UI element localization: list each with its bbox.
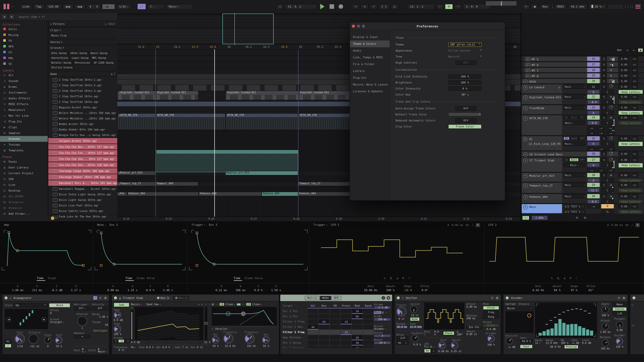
lfo-trigger-menu[interactable]: Trigger▾ [313,223,327,227]
device-expand-icon[interactable]: ▶ [10,296,12,300]
glide-field[interactable]: 250 ms [374,318,391,321]
track-delay-field[interactable]: 0.00 [618,152,630,156]
sidebar-item-user-library[interactable]: ♟User Library [0,165,48,170]
track-delay-field[interactable]: 0.00 [618,84,630,89]
sidebar-item-samples[interactable]: ⊣⊢Samples [0,130,48,136]
follow-button[interactable]: ⇥ [276,4,284,9]
lfo-rate-unit-note[interactable]: ♪ [631,223,633,227]
tab-slope[interactable]: Slope [245,277,255,280]
sidebar-item-desktop[interactable]: 🗀Desktop [0,188,48,194]
prefs-nav-library[interactable]: Library [350,68,390,74]
param-rate[interactable]: Rate0.42 Hz [533,285,544,292]
track-delay-unit[interactable]: ms [631,105,638,110]
prefs-clip-color-button[interactable]: Track Color [448,124,481,129]
shifter-duty-value[interactable]: 0.0 % [434,330,440,336]
clip-tempest[interactable]: …Tempest_top_27 [117,182,155,186]
track-delay-field[interactable]: 0.00 [618,183,630,187]
track-volume-field[interactable]: -8.4 [587,100,600,104]
track-name-box[interactable]: ▼OCTA_HH_178 [522,115,562,135]
output-routing-menu-2[interactable]: Main▾ [564,142,585,146]
groove-amount-menu[interactable]: ○● ▾ [102,4,115,9]
sidebar-item-add-folder-[interactable]: ⊞Add Folder... [0,211,48,215]
track-header-pekkons-004[interactable]: ▼Pekkons_004Main▾30S●0.00ms-8.4CKeep Lat… [521,193,644,203]
track-volume-field[interactable]: -12.1 [587,188,600,192]
arp-gate-knob[interactable] [55,336,63,344]
param-offset[interactable]: Offset62° [586,285,595,292]
loop-button[interactable]: ⟳ [445,4,453,9]
filter2-freq-knob[interactable] [245,334,255,344]
param-value[interactable]: 100 % [386,289,395,292]
param-s[interactable]: S-8.2 dB [51,285,62,292]
keep-latency-button[interactable]: Keep Latency [618,111,643,115]
main-menu-icon[interactable] [635,4,640,9]
lfo-shape-triangle-icon[interactable]: ⋀ [557,277,559,280]
filter-routing-menu[interactable]: Parallel▾ [215,328,230,330]
list-item[interactable]: ∿Bolero Melodico ...16ths 106 bpm.agr [48,116,117,121]
automation-arm-button[interactable]: ∿ [361,4,369,9]
app-logo[interactable]: ▾ [4,4,13,9]
track-delay-unit[interactable]: ms [631,79,638,83]
arp-style-menu[interactable]: Up▼ [14,303,48,307]
track-number[interactable]: 28 [587,173,600,177]
shifter-drive-value[interactable]: 0.0 dB [483,328,499,331]
matrix-target[interactable]: Filter 2 Freq [282,330,307,335]
param-value[interactable]: 0.00 ms [107,289,119,292]
param-amount[interactable]: Amount100 % [386,285,395,292]
solo-button[interactable]: S [601,183,607,187]
arp-sync-ms-toggle[interactable]: ms [5,339,11,343]
matrix-cell[interactable]: 19 [341,319,352,324]
shifter-feedback-knob[interactable] [411,335,419,342]
cue-out-routing[interactable]: 1/2 TEST 1-▾ [564,209,585,214]
track-header-kick[interactable]: ▶KICK◔20S0.00ms [521,78,644,84]
shifter-wave-display[interactable] [424,303,464,329]
vocoder-bw-value[interactable]: 100 % [561,342,568,344]
shifter-drywet-knob[interactable] [487,335,495,342]
envelope-target-menu[interactable]: None▾ [97,223,106,227]
arp-scale-menu[interactable]: ● Major▾ [98,347,108,353]
tab-time[interactable]: Time [234,277,242,281]
clip-pekkons[interactable]: …Pek [117,192,127,196]
clip-modular[interactable]: …Modular_prt_023 [117,171,155,175]
matrix-cell[interactable] [307,345,318,348]
track-volume-field[interactable]: 0 [587,90,600,94]
main-out-routing[interactable]: 1/2 TEST 1-▾ [564,204,585,208]
lfo-shape-sine-icon[interactable]: ∿ [383,277,386,280]
shifter-delay-note-toggle[interactable]: ♪ [404,341,409,345]
track-delay-field[interactable]: 0.00 [618,95,630,99]
track-number[interactable]: 18 [587,68,600,72]
freeze-eye-icon[interactable]: ◔ [558,85,560,90]
track-delay-unit[interactable]: ms [631,84,638,89]
matrix-cell[interactable] [330,319,341,324]
list-item[interactable]: ∿Disco Subtle Loose 16ths.agr [48,208,117,214]
prefs-nav-link-tempo-midi[interactable]: Link, Tempo & MIDI [350,54,390,61]
chain-overview[interactable] [486,2,517,6]
tab-time[interactable]: Time [37,277,45,281]
track-delay-field[interactable]: 0.00 [618,79,630,83]
arm-button[interactable]: ● [608,173,614,177]
param-value[interactable]: 1.25 s [128,289,138,292]
trident-list-icon[interactable]: ≡ [205,303,207,306]
midi-map-button[interactable]: MIDI [554,4,567,9]
playback-speed-field[interactable]: 1.00x [531,215,548,220]
matrix-cell[interactable]: 20 [352,335,363,340]
shifter-delay-ms-toggle[interactable]: ms [396,341,403,345]
track-fold-icon[interactable]: ▼ [523,95,528,100]
sidebar-item-m4l[interactable]: M4L [0,55,48,61]
matrix-cell[interactable] [330,335,341,340]
solo-button[interactable]: S [601,194,607,198]
track-number[interactable]: 24 [587,115,600,120]
hot-swap-icon[interactable]: ↺ [490,296,494,300]
zoom-height-button[interactable]: H [574,216,580,220]
track-volume-field[interactable]: 0 [587,163,600,167]
arp-next-icon[interactable]: ▶ [42,317,46,322]
prefs-toggle[interactable]: Off [455,106,476,111]
solo-button[interactable]: S [601,115,607,120]
matrix-cell[interactable]: 44 [307,324,318,330]
track-number[interactable]: 25 [587,136,600,141]
vocoder-release-knob[interactable] [601,339,609,347]
tab-value[interactable]: Value [255,277,263,280]
track-name-box[interactable]: ▼Main [522,204,562,213]
overview-zoom-box[interactable] [222,14,274,44]
track-delay-unit[interactable]: ms [631,57,638,61]
param-r[interactable]: R1.17 s [71,285,81,292]
